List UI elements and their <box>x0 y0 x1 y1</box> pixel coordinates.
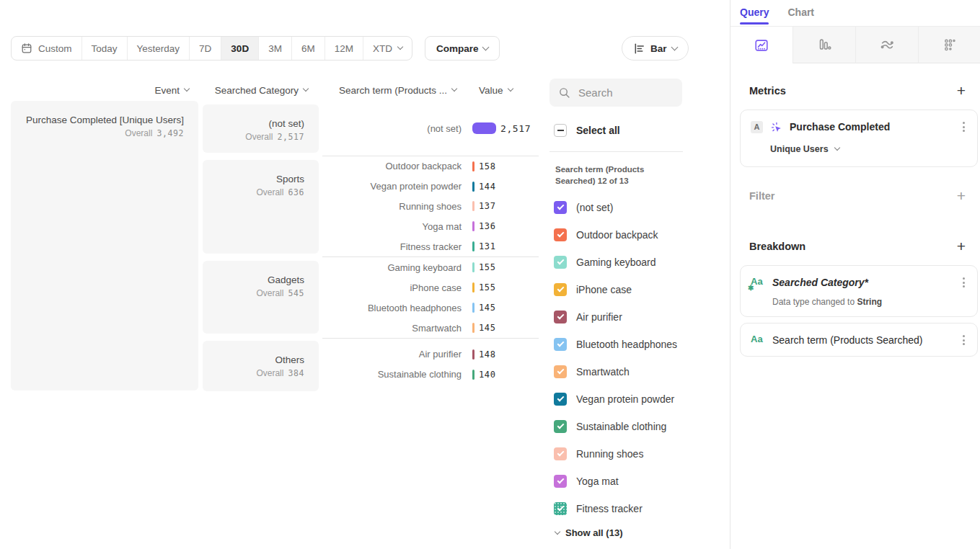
chart-type-label: Bar <box>650 43 667 54</box>
checkbox-item[interactable]: Gaming keyboard <box>554 249 720 276</box>
checkbox-item[interactable]: Yoga mat <box>554 468 720 495</box>
select-all-row[interactable]: Select all <box>554 124 620 137</box>
checkmark-icon <box>557 340 564 347</box>
date-range-6m[interactable]: 6M <box>292 37 325 60</box>
category-cell: (not set)Overall2,517 <box>203 104 319 153</box>
event-cell: Purchase Completed [Unique Users] Overal… <box>11 101 198 390</box>
item-checkbox[interactable] <box>554 283 567 296</box>
checkbox-item[interactable]: Air purifier <box>554 303 720 331</box>
chart-type-button[interactable]: Bar <box>622 36 689 61</box>
tab-funnels[interactable] <box>793 27 855 63</box>
breakdown-card[interactable]: Aa✱ Searched Category* Data type changed… <box>740 265 978 317</box>
chevron-down-icon <box>555 528 560 534</box>
measure-dropdown[interactable]: Unique Users <box>770 144 967 154</box>
category-cell: GadgetsOverall545 <box>203 261 319 334</box>
checkmark-icon <box>557 313 564 320</box>
checkbox-item[interactable]: Outdoor backpack <box>554 221 720 249</box>
checkbox-item-label: (not set) <box>576 202 613 213</box>
compare-button[interactable]: Compare <box>425 36 500 61</box>
date-range-label: XTD <box>373 43 392 54</box>
metric-menu-icon[interactable] <box>961 120 967 134</box>
query-builder-panel: Query Chart <box>730 0 980 549</box>
show-all-toggle[interactable]: Show all (13) <box>555 527 622 538</box>
tab-chart[interactable]: Chart <box>787 6 814 24</box>
date-range-xtd[interactable]: XTD <box>363 37 412 60</box>
checkbox-item[interactable]: Smartwatch <box>554 358 720 385</box>
metric-series-badge: A <box>751 121 763 133</box>
item-checkbox[interactable] <box>554 393 567 406</box>
checkbox-item-label: Running shoes <box>576 448 643 460</box>
item-checkbox[interactable] <box>554 228 567 241</box>
legend-search-box[interactable] <box>549 79 682 107</box>
column-header-value[interactable]: Value <box>479 84 522 96</box>
checkbox-item-label: Sustainable clothing <box>576 421 666 432</box>
checkbox-item[interactable]: Bluetooth headphones <box>554 331 720 358</box>
breakdown-card[interactable]: Aa Search term (Products Searched) <box>740 323 978 357</box>
add-breakdown-icon[interactable] <box>957 241 966 252</box>
date-range-today[interactable]: Today <box>82 37 128 60</box>
date-range-12m[interactable]: 12M <box>325 37 363 60</box>
item-checkbox[interactable] <box>554 256 567 269</box>
add-metric-icon[interactable] <box>957 85 966 97</box>
item-checkbox[interactable] <box>554 365 567 378</box>
date-range-label: Yesterday <box>137 43 180 54</box>
metric-card[interactable]: A Purchase Completed Unique Users <box>740 110 978 167</box>
checkmark-icon <box>557 504 564 512</box>
breakdown-menu-icon[interactable] <box>961 275 967 290</box>
breakdown-title: Breakdown <box>749 241 805 252</box>
checkbox-item[interactable]: Vegan protein powder <box>554 385 720 413</box>
item-checkbox[interactable] <box>554 338 567 351</box>
item-checkbox[interactable] <box>554 201 567 214</box>
date-range-label: 6M <box>301 43 315 54</box>
event-overall: Overall3,492 <box>19 128 184 138</box>
date-range-yesterday[interactable]: Yesterday <box>128 37 190 60</box>
item-checkbox[interactable] <box>554 502 567 515</box>
column-header-search-term[interactable]: Search term (Products ... <box>325 84 456 96</box>
item-checkbox[interactable] <box>554 447 567 460</box>
value-bar <box>472 241 474 251</box>
search-term-label: Vegan protein powder <box>322 181 462 192</box>
checkbox-item[interactable]: iPhone case <box>554 276 720 303</box>
category-name: Others <box>211 354 304 366</box>
tab-flows[interactable] <box>855 27 918 63</box>
column-header-event[interactable]: Event <box>11 84 189 96</box>
select-all-checkbox[interactable] <box>554 124 567 137</box>
category-cell: OthersOverall384 <box>203 341 319 391</box>
checkbox-item[interactable]: Running shoes <box>554 440 720 468</box>
search-term-row: Sustainable clothing140 <box>322 365 539 385</box>
date-range-3m[interactable]: 3M <box>259 37 292 60</box>
column-header-searched-category[interactable]: Searched Category <box>203 84 308 96</box>
search-term-row: iPhone case155 <box>322 277 539 298</box>
chevron-down-icon <box>397 44 403 50</box>
tab-label: Query <box>740 6 769 18</box>
checkmark-icon <box>557 203 564 210</box>
checkbox-item[interactable]: Sustainable clothing <box>554 413 720 440</box>
tab-retention[interactable] <box>918 27 980 63</box>
item-checkbox[interactable] <box>554 420 567 433</box>
add-filter-icon[interactable] <box>957 190 966 202</box>
search-term-label: Gaming keyboard <box>322 262 462 273</box>
tab-insights[interactable] <box>730 27 793 63</box>
date-range-custom[interactable]: Custom <box>12 37 82 60</box>
date-range-7d[interactable]: 7D <box>190 37 221 60</box>
date-range-30d[interactable]: 30D <box>221 37 259 60</box>
search-term-group: Outdoor backpack158Vegan protein powder1… <box>322 156 539 257</box>
item-checkbox[interactable] <box>554 311 567 323</box>
search-term-label: Fitness tracker <box>322 241 462 252</box>
category-overall: Overall636 <box>211 187 304 197</box>
checkmark-icon <box>557 258 564 265</box>
tab-query[interactable]: Query <box>740 6 769 24</box>
category-overall: Overall2,517 <box>211 132 304 142</box>
checkbox-item[interactable]: (not set) <box>554 194 720 221</box>
column-header-label: Searched Category <box>203 85 299 96</box>
indeterminate-icon <box>557 130 564 131</box>
date-range-label: 30D <box>231 43 249 54</box>
breakdown-menu-icon[interactable] <box>961 333 967 347</box>
breakdown-section-header: Breakdown <box>749 241 966 252</box>
column-header-label: Search term (Products ... <box>325 85 447 96</box>
item-checkbox[interactable] <box>554 475 567 488</box>
retention-icon <box>942 37 958 53</box>
search-term-row: Outdoor backpack158 <box>322 156 539 177</box>
search-input[interactable] <box>577 86 671 99</box>
checkbox-item[interactable]: Fitness tracker <box>554 495 720 522</box>
